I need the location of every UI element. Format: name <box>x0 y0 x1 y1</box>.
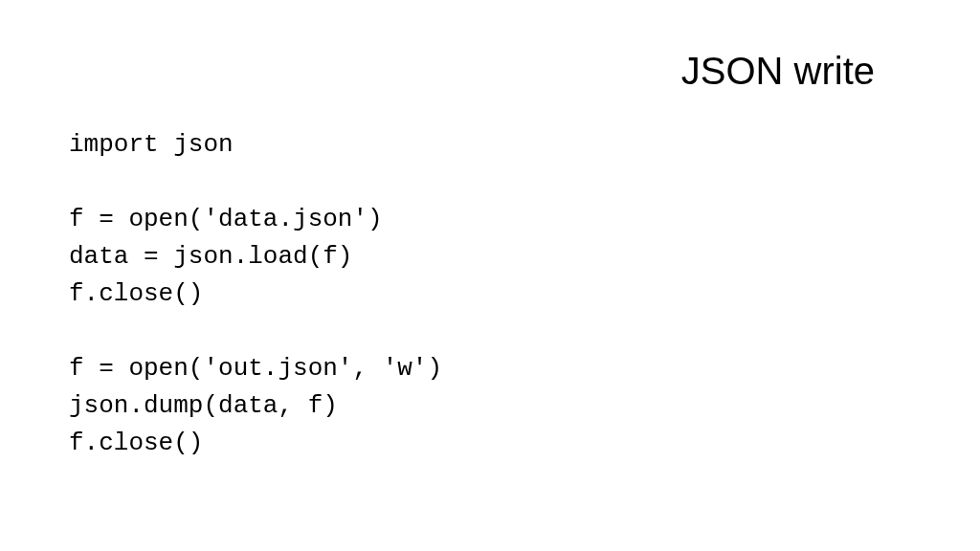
code-block: import json f = open('data.json') data =… <box>69 126 442 462</box>
slide-title: JSON write <box>681 50 875 93</box>
